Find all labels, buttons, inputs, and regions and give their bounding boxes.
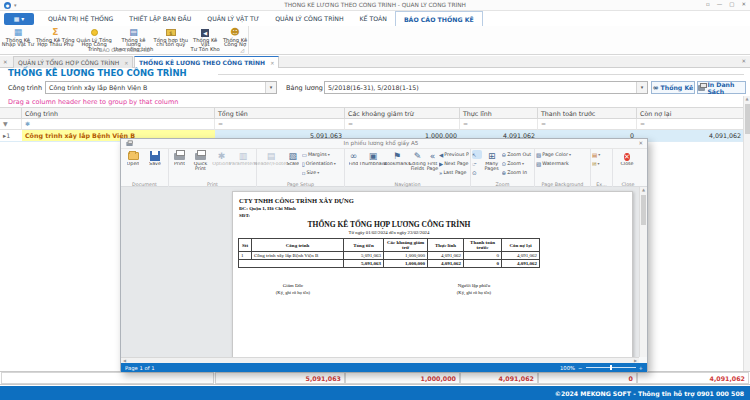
bookmarks-button[interactable]: ⚑ Bookmarks (385, 150, 409, 178)
next-page-button[interactable]: ▶ Next Page (439, 159, 469, 168)
first-page-button[interactable]: « First Page (426, 150, 439, 178)
previous-page-button[interactable]: ◀ Previous Page (439, 150, 469, 159)
ribbon-group-launcher-icon[interactable]: ◿ (240, 47, 244, 53)
report-address: ĐC: Quận 1, Hồ Chí Minh (239, 206, 296, 211)
magnifier-tool-button[interactable]: ⊙ (472, 168, 482, 177)
grid-header-thanh-toan-truoc[interactable]: Thanh toán trước (538, 107, 637, 119)
ribbon-tab-quan-ly-cong-trinh[interactable]: QUẢN LÝ CÔNG TRÌNH (267, 11, 351, 26)
editing-fields-button[interactable]: ✎ Editing Fields (409, 150, 426, 178)
ribbon-button-thong-ke-tong-hop-thau-phu[interactable]: Σ Thống Kê Tổng Hợp Thầu Phụ (36, 26, 75, 47)
grid-header-cong-trinh[interactable]: Công trình (22, 107, 215, 119)
ribbon-button-quan-ly-tong-hop-cong-trinh[interactable]: Quản Lý Tổng Hợp Công Trình (75, 26, 114, 47)
open-button[interactable]: Open (122, 150, 144, 178)
save-button[interactable]: Save (144, 150, 166, 178)
chevron-down-icon[interactable]: ▾ (265, 82, 276, 93)
button-label: Zoom Out (507, 152, 531, 157)
watermark-button[interactable]: ▨ Watermark (536, 159, 588, 168)
page-color-button[interactable]: ▧ Page Color ▾ (536, 150, 588, 159)
zoom-button[interactable]: ⊙ Zoom ▾ (502, 159, 533, 168)
filter-funnel-icon[interactable]: ▼ (3, 120, 8, 127)
grid-header-con-no-lai[interactable]: Còn nợ lại (637, 107, 744, 119)
prev-page-icon: ◀ (439, 152, 443, 158)
ribbon-button-thong-ke-vat-tu-ton-kho[interactable]: ◀ Thống Kê Vật Tư Tồn Kho (188, 26, 222, 47)
dialog-title: In phiếu lương khổ giấy A5 (241, 140, 521, 146)
ribbon-button-thong-ke-luong-theo-cong-trinh[interactable]: ▤ Thống kê lương theo công trình (114, 26, 154, 47)
report-phone: SĐT: (239, 213, 250, 218)
main-vertical-scrollbar[interactable]: ▲ (743, 96, 750, 371)
report-total-con-no-lai: 4,091,062 (502, 260, 540, 268)
grid-filter-thanh-toan-truoc[interactable]: = (538, 119, 637, 130)
pane-close-icon[interactable]: ✕ (741, 58, 746, 64)
zoom-slider-thumb[interactable] (610, 365, 612, 370)
scrollbar-thumb[interactable] (745, 104, 750, 134)
preview-surface[interactable]: CTY TNHH CÔNG TRÌNH XÂY DỰNG ĐC: Quận 1,… (121, 187, 639, 357)
dialog-close-icon[interactable]: ✕ (638, 140, 643, 146)
export-document-button[interactable]: ▤ ▾ (592, 150, 610, 159)
quick-access-dropdown-icon[interactable]: ▾ (14, 2, 17, 8)
ribbon-tab-ke-toan[interactable]: KẾ TOÁN (352, 11, 395, 26)
window-pin-icon[interactable]: ▫ (706, 1, 710, 7)
grid-filter-cong-trinh[interactable]: ✱ (22, 119, 215, 130)
button-label: Close (620, 162, 633, 167)
many-pages-button[interactable]: ⊞ Many Pages (482, 150, 502, 178)
button-label: In Danh Sách (707, 81, 745, 95)
doc-tab-thong-ke-luong-theo-cong-trinh[interactable]: THỐNG KÊ LƯƠNG THEO CÔNG TRÌNH ✕ (134, 56, 279, 68)
zoom-slider[interactable] (586, 367, 636, 368)
grid-filter-tong-tien[interactable]: = (215, 119, 345, 130)
chevron-down-icon[interactable]: ▾ (636, 82, 647, 93)
print-button[interactable]: Print (170, 150, 189, 178)
in-danh-sach-button[interactable]: In Danh Sách (697, 81, 746, 94)
pointer-tool-button[interactable]: ↖ (472, 150, 482, 159)
ribbon-tab-bao-cao-thong-ke[interactable]: BÁO CÁO THỐNG KÊ (395, 11, 483, 26)
scroll-up-icon[interactable]: ▲ (745, 96, 748, 101)
size-button[interactable]: ▫ Size ▾ (302, 168, 343, 177)
grid-header-tong-tien[interactable]: Tổng tiền (215, 107, 345, 119)
cong-trinh-select[interactable]: Công trình xây lắp Bệnh Viện B ▾ (45, 81, 277, 94)
preview-vertical-scrollbar[interactable]: ▲ (639, 187, 647, 357)
report-total-thuc-linh: 4,091,062 (428, 260, 464, 268)
doc-tab-label: THỐNG KÊ LƯƠNG THEO CÔNG TRÌNH (139, 59, 265, 66)
ribbon-tab-quan-tri-he-thong[interactable]: QUẢN TRỊ HỆ THỐNG (40, 11, 121, 26)
ribbon-button-tong-hop-thu-chi-ton-quy[interactable]: $ Tổng hợp thu chi tồn quỹ (153, 26, 188, 47)
window-close-icon[interactable]: ✕ (741, 1, 746, 7)
grid-header-thuc-linh[interactable]: Thực lĩnh (460, 107, 538, 119)
ribbon-button-thong-ke-nhap-vat-tu[interactable]: ▦ Thống Kê Nhập Vật Tư (0, 26, 36, 47)
ribbon-tab-thiet-lap-ban-dau[interactable]: THIẾT LẬP BAN ĐẦU (121, 11, 199, 26)
zoom-minus-icon[interactable]: − (578, 365, 582, 371)
margins-button[interactable]: ▭ Margins ▾ (302, 150, 343, 159)
ribbon-tab-quan-ly-vat-tu[interactable]: QUẢN LÝ VẬT TƯ (199, 11, 267, 26)
zoom-plus-icon[interactable]: + (639, 365, 643, 371)
zoom-out-button[interactable]: ⊖ Zoom Out (502, 150, 533, 159)
tabstrip-close-icon[interactable]: ✕ (3, 59, 8, 65)
quick-print-button[interactable]: Quick Print (189, 150, 212, 178)
thong-ke-button[interactable]: ∞ Thống Kê (651, 81, 695, 94)
tab-close-icon[interactable]: ✕ (124, 60, 128, 66)
scale-icon: ▧ (289, 150, 298, 162)
close-preview-button[interactable]: ✕ Close (614, 150, 640, 178)
app-menu-button[interactable]: ▦ ▾ (4, 13, 34, 25)
hand-tool-button[interactable]: ☞ (472, 159, 482, 168)
orientation-button[interactable]: ▯ Orientation ▾ (302, 159, 343, 168)
doc-tab-quan-ly-tong-hop-cong-trinh[interactable]: QUẢN LÝ TỔNG HỢP CÔNG TRÌNH ✕ (13, 56, 133, 68)
many-pages-icon: ⊞ (488, 150, 496, 162)
window-minimize-icon[interactable]: — (717, 1, 723, 7)
size-icon: ▫ (302, 170, 306, 176)
grid-cell-con-no-lai[interactable]: 4,091,062 (637, 130, 744, 142)
app-logo-icon[interactable]: ● (4, 2, 11, 9)
last-page-button[interactable]: » Last Page (439, 168, 469, 177)
grid-filter-cac-khoang-giam-tru[interactable]: = (345, 119, 460, 130)
scroll-up-icon[interactable]: ▲ (642, 187, 645, 192)
grid-filter-con-no-lai[interactable]: = (637, 119, 744, 130)
grid-filter-thuc-linh[interactable]: = (460, 119, 538, 130)
grid-header-cac-khoang-giam-tru[interactable]: Các khoảng giảm trừ (345, 107, 460, 119)
zoom-in-button[interactable]: ⊕ Zoom In (502, 168, 533, 177)
send-email-button[interactable]: ✉ ▾ (592, 159, 610, 168)
scrollbar-thumb[interactable] (641, 195, 646, 225)
thumbnails-button[interactable]: ▣ Thumbnails (361, 150, 385, 178)
window-maximize-icon[interactable]: ▢ (729, 1, 734, 7)
bang-luong-select[interactable]: 5/2018(16-31), 5/2018(1-15) ▾ (324, 81, 648, 94)
zoom-in-icon: ⊕ (502, 170, 507, 176)
ribbon-button-thong-ke-cong-no[interactable]: ☻ Thống Kê Công Nợ (222, 26, 248, 47)
tab-close-icon[interactable]: ✕ (270, 60, 274, 66)
report-header-cac-khoang-giam-tru: Các khoảng giảm trừ (384, 239, 428, 252)
